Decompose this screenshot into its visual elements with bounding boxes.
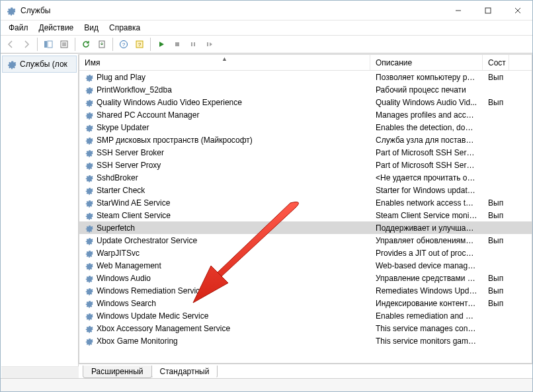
maximize-button[interactable] [473, 1, 503, 20]
service-row[interactable]: SSH Server BrokerPart of Microsoft SSH S… [79, 146, 532, 159]
refresh-button[interactable] [79, 37, 93, 52]
minimize-button[interactable] [443, 1, 473, 20]
service-rows[interactable]: Plug and PlayПозволяет компьютеру ра...В… [79, 71, 532, 363]
service-row[interactable]: Update Orchestrator ServiceУправляет обн… [79, 234, 532, 247]
separator [75, 38, 75, 51]
service-row[interactable]: WarpJITSvcProvides a JIT out of process.… [79, 247, 532, 259]
service-name-cell: SSH Server Proxy [79, 161, 370, 170]
column-description-label: Описание [376, 58, 412, 67]
service-description-cell: Provides a JIT out of process... [370, 249, 483, 258]
service-name-cell: Superfetch [79, 223, 370, 233]
menu-action[interactable]: Действие [34, 22, 79, 34]
menubar: Файл Действие Вид Справка [1, 20, 532, 35]
service-description-cell: <Не удается прочитать оп... [370, 173, 483, 182]
service-row[interactable]: Xbox Accessory Management ServiceThis se… [79, 322, 532, 334]
export-list-button[interactable] [95, 37, 109, 52]
service-name-cell: Windows Search [79, 299, 370, 308]
stop-service-button[interactable] [170, 37, 184, 52]
tree-item-services-local[interactable]: Службы (лок [2, 56, 77, 73]
service-description-cell: Управляет обновлениями ... [370, 236, 483, 245]
restart-service-button[interactable] [202, 37, 216, 52]
service-name-label: SMP дисковых пространств (Майкрософт) [97, 136, 253, 145]
service-row[interactable]: SMP дисковых пространств (Майкрософт)Слу… [79, 134, 532, 146]
toolbar: ? ? [1, 35, 532, 54]
column-state[interactable]: Сост [483, 55, 509, 70]
menu-help[interactable]: Справка [104, 22, 145, 34]
gear-icon [85, 161, 94, 170]
service-state-label: Вып [488, 274, 503, 283]
service-state-cell: Вып [483, 274, 509, 283]
properties-button[interactable] [57, 37, 71, 52]
service-row[interactable]: Shared PC Account ManagerManages profile… [79, 108, 532, 121]
tree-pane[interactable]: Службы (лок [1, 54, 79, 378]
service-row[interactable]: StarWind AE ServiceEnables network acces… [79, 196, 532, 209]
service-row[interactable]: SshdBroker<Не удается прочитать оп... [79, 171, 532, 184]
menu-file[interactable]: Файл [3, 22, 34, 34]
service-row[interactable]: Quality Windows Audio Video ExperienceQu… [79, 96, 532, 108]
service-name-cell: SSH Server Broker [79, 148, 370, 157]
service-description-label: Управление средствами ра... [376, 274, 483, 283]
separator [150, 38, 151, 51]
service-row[interactable]: Starter CheckStarter for Windows updates… [79, 184, 532, 196]
service-description-label: Служба узла для поставщи... [376, 136, 483, 145]
service-name-cell: Quality Windows Audio Video Experience [79, 98, 370, 107]
service-row[interactable]: Plug and PlayПозволяет компьютеру ра...В… [79, 71, 532, 83]
service-description-cell: Enables remediation and pr... [370, 311, 483, 321]
pause-service-button[interactable] [186, 37, 200, 52]
service-state-label: Вып [488, 286, 503, 295]
service-row[interactable]: Windows SearchИндексирование контента,..… [79, 297, 532, 309]
service-row[interactable]: Windows AudioУправление средствами ра...… [79, 272, 532, 284]
service-row[interactable]: Windows Remediation ServiceRemediates Wi… [79, 284, 532, 297]
tab-standard[interactable]: Стандартный [151, 366, 218, 378]
service-list: Имя ▲ Описание Сост Plug and PlayПозволя… [79, 54, 532, 364]
service-description-cell: Part of Microsoft SSH Server... [370, 148, 483, 157]
gear-icon [85, 110, 94, 120]
tab-extended[interactable]: Расширенный [83, 366, 152, 378]
service-description-cell: Управление средствами ра... [370, 274, 483, 283]
service-name-label: Skype Updater [97, 123, 149, 132]
svg-text:?: ? [138, 42, 142, 48]
service-description-cell: Индексирование контента,... [370, 299, 483, 308]
service-description-label: This service manages conne... [376, 324, 483, 333]
service-name-label: Xbox Game Monitoring [97, 336, 178, 346]
service-row[interactable]: Xbox Game MonitoringThis service monitor… [79, 334, 532, 347]
gear-icon [85, 286, 94, 295]
service-row[interactable]: Web ManagementWeb-based device manage... [79, 259, 532, 272]
service-row[interactable]: Windows Update Medic ServiceEnables reme… [79, 309, 532, 322]
gear-icon [85, 274, 94, 283]
start-service-button[interactable] [154, 37, 169, 52]
service-row[interactable]: PrintWorkflow_52dbaРабочий процесс печат… [79, 83, 532, 96]
service-description-label: <Не удается прочитать оп... [376, 173, 478, 182]
gear-icon [85, 299, 94, 308]
service-name-label: Windows Audio [97, 274, 151, 283]
service-name-label: Starter Check [97, 186, 145, 195]
back-button[interactable] [3, 37, 18, 52]
service-description-label: This service monitors games. [376, 336, 479, 346]
show-hide-tree-button[interactable] [41, 37, 56, 52]
column-headers: Имя ▲ Описание Сост [79, 55, 532, 71]
help-topics-button[interactable]: ? [132, 37, 147, 52]
service-state-cell: Вып [483, 299, 509, 308]
service-row[interactable]: SSH Server ProxyPart of Microsoft SSH Se… [79, 159, 532, 171]
service-row[interactable]: Steam Client ServiceSteam Client Service… [79, 209, 532, 221]
titlebar[interactable]: Службы [1, 1, 532, 20]
forward-button[interactable] [19, 37, 34, 52]
column-description[interactable]: Описание [370, 55, 483, 70]
service-name-cell: Windows Audio [79, 274, 370, 283]
service-row[interactable]: SuperfetchПоддерживает и улучшает ... [79, 221, 532, 234]
service-name-label: StarWind AE Service [97, 198, 170, 208]
service-description-cell: Quality Windows Audio Vid... [370, 98, 483, 107]
help-button[interactable]: ? [116, 37, 131, 52]
column-name[interactable]: Имя ▲ [79, 55, 370, 70]
service-row[interactable]: Skype UpdaterEnables the detection, down… [79, 121, 532, 134]
menu-view[interactable]: Вид [79, 22, 104, 34]
service-state-label: Вып [488, 98, 503, 107]
service-name-cell: Shared PC Account Manager [79, 110, 370, 120]
service-name-label: Shared PC Account Manager [97, 110, 199, 120]
service-description-cell: Позволяет компьютеру ра... [370, 73, 483, 82]
service-description-cell: This service manages conne... [370, 324, 483, 333]
tree-hscroll[interactable] [1, 366, 79, 377]
service-state-cell: Вып [483, 286, 509, 295]
close-button[interactable] [503, 1, 532, 20]
gear-icon [85, 136, 94, 145]
